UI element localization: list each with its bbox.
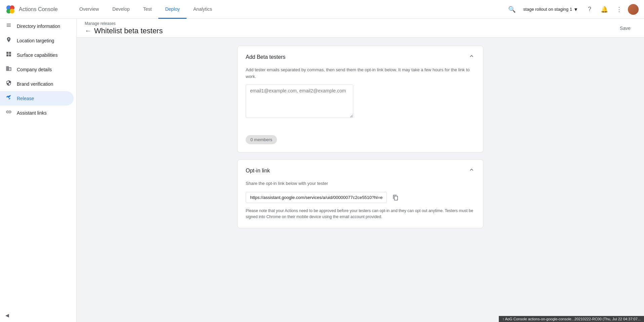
- directory-icon: [5, 22, 12, 30]
- optin-collapse-icon[interactable]: [468, 166, 475, 175]
- location-icon: [5, 37, 12, 44]
- sidebar-label-surface-capabilities: Surface capabilities: [17, 52, 57, 58]
- optin-link-input[interactable]: [246, 192, 387, 203]
- help-button[interactable]: ?: [583, 3, 596, 15]
- tab-deploy[interactable]: Deploy: [158, 0, 187, 19]
- layout: Directory information Location targeting…: [0, 19, 644, 322]
- content-body: Add Beta testers Add tester emails separ…: [229, 38, 491, 243]
- tab-develop[interactable]: Develop: [106, 0, 136, 19]
- add-beta-testers-card: Add Beta testers Add tester emails separ…: [237, 46, 483, 153]
- sidebar-collapse-button[interactable]: ◀: [0, 309, 76, 322]
- notifications-button[interactable]: 🔔: [598, 3, 610, 15]
- release-icon: [5, 94, 12, 102]
- sidebar-item-assistant-links[interactable]: Assistant links: [0, 106, 74, 120]
- back-arrow-icon: ←: [85, 27, 91, 35]
- optin-section-title: Opt-in link: [246, 168, 270, 174]
- google-logo: [5, 4, 15, 14]
- avatar[interactable]: [628, 4, 639, 15]
- card-header-beta: Add Beta testers: [238, 46, 483, 67]
- sidebar-label-directory-information: Directory information: [17, 24, 60, 29]
- search-button[interactable]: 🔍: [506, 3, 518, 15]
- bell-icon: 🔔: [601, 6, 608, 13]
- optin-description: Share the opt-in link below with your te…: [246, 180, 475, 187]
- link-icon: [5, 109, 12, 117]
- more-options-button[interactable]: ⋮: [613, 3, 625, 15]
- sidebar-item-company-details[interactable]: Company details: [0, 62, 74, 77]
- main-content: Manage releases ← Whitelist beta testers…: [77, 19, 644, 322]
- chevron-down-icon: ▼: [573, 7, 578, 12]
- sidebar-label-release: Release: [17, 96, 34, 101]
- sidebar-item-release[interactable]: Release: [0, 91, 74, 106]
- breadcrumb: Manage releases: [85, 21, 163, 26]
- link-row: [246, 192, 475, 204]
- company-icon: [5, 66, 12, 73]
- card-body-beta: Add tester emails separated by commas, t…: [238, 67, 483, 152]
- tab-test[interactable]: Test: [136, 0, 159, 19]
- help-icon: ?: [588, 6, 591, 13]
- surface-icon: [5, 51, 12, 59]
- opt-in-link-card: Opt-in link Share the opt-in link below …: [237, 159, 483, 228]
- status-bar: ↑ AoG Console actions-on-google-console.…: [499, 316, 644, 322]
- sidebar-item-location-targeting[interactable]: Location targeting: [0, 33, 74, 48]
- beta-section-title: Add Beta testers: [246, 54, 285, 60]
- stage-label: stage rollout on staging 1: [523, 7, 572, 12]
- beta-collapse-icon[interactable]: [468, 53, 475, 61]
- nav-right: 🔍 stage rollout on staging 1 ▼ ? 🔔 ⋮: [506, 3, 639, 15]
- tab-overview[interactable]: Overview: [73, 0, 106, 19]
- save-button[interactable]: Save: [614, 23, 636, 34]
- card-body-optin: Share the opt-in link below with your te…: [238, 180, 483, 228]
- content-header: Manage releases ← Whitelist beta testers…: [77, 19, 644, 38]
- top-nav: Actions Console Overview Develop Test De…: [0, 0, 644, 19]
- search-icon: 🔍: [508, 6, 516, 13]
- sidebar-item-directory-information[interactable]: Directory information: [0, 19, 74, 33]
- app-title: Actions Console: [19, 6, 58, 12]
- sidebar-item-brand-verification[interactable]: Brand verification: [0, 77, 74, 91]
- status-bar-text: ↑ AoG Console actions-on-google-console.…: [502, 317, 641, 321]
- copy-link-button[interactable]: [390, 192, 402, 204]
- optin-note: Please note that your Actions need to be…: [246, 208, 475, 220]
- email-textarea[interactable]: [246, 84, 353, 118]
- nav-tabs: Overview Develop Test Deploy Analytics: [73, 0, 506, 18]
- shield-icon: [5, 80, 12, 88]
- collapse-icon: ◀: [5, 313, 9, 318]
- logo-area: Actions Console: [5, 4, 73, 14]
- sidebar-label-assistant-links: Assistant links: [17, 110, 47, 116]
- stage-selector[interactable]: stage rollout on staging 1 ▼: [521, 5, 581, 13]
- back-button[interactable]: ←: [85, 27, 91, 35]
- page-title: Whitelist beta testers: [94, 27, 163, 35]
- card-header-optin: Opt-in link: [238, 160, 483, 180]
- copy-icon: [393, 195, 399, 201]
- sidebar-label-company-details: Company details: [17, 67, 52, 72]
- beta-description: Add tester emails separated by commas, t…: [246, 67, 475, 80]
- sidebar-label-brand-verification: Brand verification: [17, 81, 53, 87]
- more-icon: ⋮: [616, 6, 622, 13]
- content-header-left: Manage releases ← Whitelist beta testers: [85, 21, 163, 35]
- svg-point-3: [10, 9, 14, 13]
- tab-analytics[interactable]: Analytics: [187, 0, 219, 19]
- page-title-row: ← Whitelist beta testers: [85, 27, 163, 35]
- sidebar: Directory information Location targeting…: [0, 19, 77, 322]
- sidebar-label-location-targeting: Location targeting: [17, 38, 54, 43]
- members-badge: 0 members: [246, 135, 277, 144]
- sidebar-item-surface-capabilities[interactable]: Surface capabilities: [0, 48, 74, 62]
